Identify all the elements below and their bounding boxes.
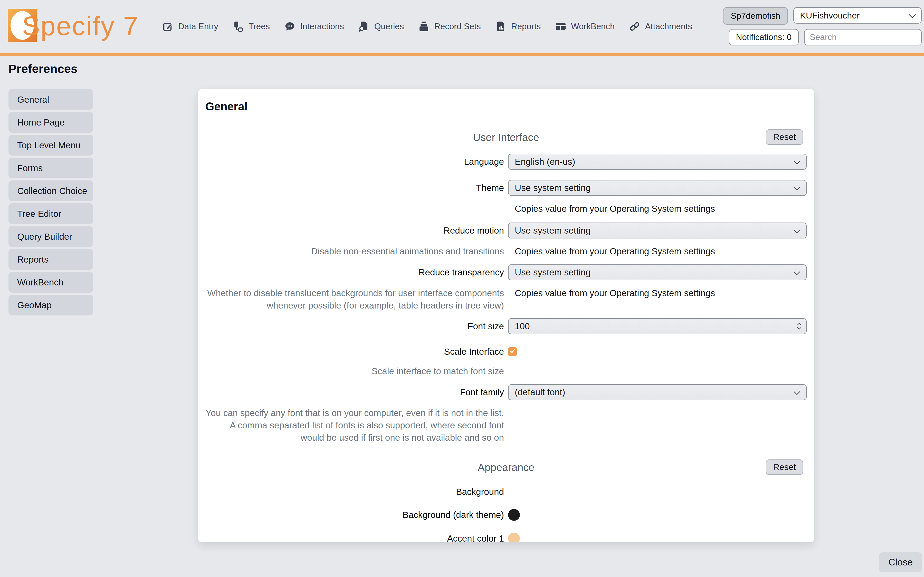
sidebar-item-query-builder[interactable]: Query Builder — [8, 226, 93, 247]
scale-interface-label: Scale Interface — [205, 347, 504, 357]
number-stepper-icon[interactable] — [797, 323, 801, 330]
font-size-label: Font size — [205, 321, 504, 331]
main-nav: Data Entry Trees Interactions Queries — [162, 0, 692, 53]
reduce-motion-hint-row: Disable non-essential animations and tra… — [205, 245, 807, 258]
language-row: Language English (en-us) — [205, 154, 807, 170]
reduce-transparency-os-hint: Copies value from your Operating System … — [508, 287, 807, 299]
nav-item-interactions[interactable]: Interactions — [284, 21, 344, 32]
reduce-transparency-select-value: Use system setting — [515, 267, 591, 277]
sidebar-item-workbench[interactable]: WorkBench — [8, 272, 93, 293]
background-label: Background — [205, 487, 504, 497]
chat-bubble-icon — [284, 21, 295, 32]
theme-select[interactable]: Use system setting — [508, 180, 807, 196]
notifications-button[interactable]: Notifications: 0 — [729, 29, 799, 45]
font-family-hint: You can specify any font that is on your… — [205, 407, 504, 444]
collection-select[interactable]: KUFishvoucher — [793, 7, 922, 24]
search-input[interactable] — [804, 29, 922, 45]
header: Specify 7 Data Entry Trees Interactions — [0, 0, 924, 53]
tree-nodes-icon — [232, 21, 244, 32]
font-size-input[interactable]: 100 — [508, 318, 807, 334]
font-family-label: Font family — [205, 387, 504, 397]
user-account-label: Sp7demofish — [730, 11, 780, 21]
font-family-row: Font family (default font) — [205, 384, 807, 400]
nav-label: Data Entry — [178, 21, 218, 31]
nav-label: Attachments — [645, 21, 692, 31]
sidebar-item-home-page[interactable]: Home Page — [8, 112, 93, 133]
theme-row: Theme Use system setting — [205, 180, 807, 196]
background-dark-color-swatch[interactable] — [508, 509, 520, 521]
font-size-value: 100 — [515, 321, 530, 331]
sidebar-item-geomap[interactable]: GeoMap — [8, 295, 93, 316]
stack-icon — [418, 21, 429, 32]
reduce-motion-hint: Disable non-essential animations and tra… — [205, 245, 504, 258]
close-button[interactable]: Close — [879, 552, 922, 572]
reduce-motion-label: Reduce motion — [205, 226, 504, 235]
language-select[interactable]: English (en-us) — [508, 154, 807, 170]
sidebar-item-top-level-menu[interactable]: Top Level Menu — [8, 135, 93, 156]
reset-user-interface-button[interactable]: Reset — [766, 129, 803, 145]
sidebar-item-reports[interactable]: Reports — [8, 249, 93, 270]
panel-title: General — [205, 100, 807, 113]
preferences-sidebar: General Home Page Top Level Menu Forms C… — [8, 89, 93, 316]
section-heading: Appearance — [205, 461, 807, 475]
notifications-label: Notifications: 0 — [736, 32, 792, 42]
chevron-down-icon — [793, 226, 800, 235]
accent-color-1-swatch[interactable] — [508, 533, 520, 542]
scale-interface-row: Scale Interface — [205, 347, 807, 357]
reduce-transparency-select[interactable]: Use system setting — [508, 264, 807, 280]
font-family-select-value: (default font) — [515, 387, 565, 397]
logo-text: Specify 7 — [22, 11, 139, 41]
scale-interface-checkbox[interactable] — [508, 347, 517, 356]
language-select-value: English (en-us) — [515, 156, 575, 167]
background-dark-row: Background (dark theme) — [205, 509, 807, 521]
nav-label: Record Sets — [434, 21, 481, 31]
sidebar-item-tree-editor[interactable]: Tree Editor — [8, 203, 93, 224]
header-controls: Sp7demofish KUFishvoucher Notifications:… — [723, 7, 922, 45]
nav-label: Reports — [511, 21, 541, 31]
reset-appearance-button[interactable]: Reset — [766, 459, 803, 475]
document-magnifier-icon — [358, 21, 370, 32]
section-user-interface: User Interface Reset — [205, 131, 807, 145]
chevron-down-icon — [793, 267, 800, 277]
header-accent-bar — [0, 53, 924, 56]
nav-item-data-entry[interactable]: Data Entry — [162, 21, 218, 32]
language-label: Language — [205, 156, 504, 167]
reduce-motion-row: Reduce motion Use system setting — [205, 222, 807, 239]
reduce-transparency-hint-row: Whether to disable translucent backgroun… — [205, 287, 807, 312]
scale-interface-hint: Scale interface to match font size — [205, 365, 504, 377]
scale-interface-hint-row: Scale interface to match font size — [205, 365, 807, 377]
nav-item-queries[interactable]: Queries — [358, 21, 404, 32]
reduce-transparency-hint: Whether to disable translucent backgroun… — [205, 287, 504, 312]
nav-label: WorkBench — [571, 21, 614, 31]
background-dark-label: Background (dark theme) — [205, 510, 504, 520]
theme-os-hint: Copies value from your Operating System … — [508, 203, 807, 215]
check-icon — [510, 348, 516, 355]
chevron-down-icon — [908, 11, 916, 21]
page-title: Preferences — [8, 61, 77, 76]
reduce-motion-select-value: Use system setting — [515, 226, 591, 235]
reduce-motion-select[interactable]: Use system setting — [508, 222, 807, 239]
font-family-select[interactable]: (default font) — [508, 384, 807, 400]
link-icon — [629, 21, 640, 32]
table-grid-icon — [555, 21, 566, 32]
sidebar-item-collection-choice[interactable]: Collection Choice — [8, 181, 93, 201]
collection-select-value: KUFishvoucher — [800, 11, 859, 21]
font-size-row: Font size 100 — [205, 318, 807, 334]
user-account-button[interactable]: Sp7demofish — [723, 7, 788, 25]
pencil-square-icon — [162, 21, 174, 32]
nav-label: Interactions — [300, 21, 344, 31]
reduce-transparency-row: Reduce transparency Use system setting — [205, 264, 807, 280]
nav-item-reports[interactable]: Reports — [495, 21, 541, 32]
nav-item-record-sets[interactable]: Record Sets — [418, 21, 481, 32]
reduce-motion-os-hint: Copies value from your Operating System … — [508, 245, 807, 258]
nav-item-attachments[interactable]: Attachments — [629, 21, 692, 32]
nav-item-workbench[interactable]: WorkBench — [555, 21, 614, 32]
accent-color-1-label: Accent color 1 — [205, 533, 504, 542]
sidebar-item-forms[interactable]: Forms — [8, 158, 93, 178]
font-family-hint-row: You can specify any font that is on your… — [205, 407, 807, 444]
theme-hint-row: Copies value from your Operating System … — [205, 203, 807, 215]
background-color-swatch[interactable] — [508, 486, 520, 498]
sidebar-item-general[interactable]: General — [8, 89, 93, 110]
nav-item-trees[interactable]: Trees — [232, 21, 270, 32]
preferences-panel: General User Interface Reset Language En… — [198, 89, 814, 542]
